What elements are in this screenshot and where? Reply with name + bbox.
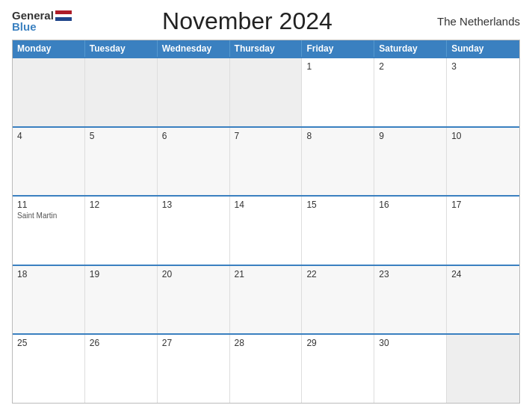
header-wednesday: Wednesday [158,40,230,57]
day-number: 16 [379,200,442,210]
logo: General Blue [12,10,72,33]
weeks-container: 1 2 3 4 5 6 [13,57,519,403]
day-cell-nov7: 7 [230,128,303,196]
header-saturday: Saturday [374,40,447,57]
header-friday: Friday [302,40,374,57]
day-cell-nov28: 28 [230,335,303,403]
week-row-2: 4 5 6 7 8 9 10 [13,126,519,196]
day-number: 8 [306,131,369,141]
header-tuesday: Tuesday [85,40,158,57]
day-cell-nov18: 18 [13,266,85,334]
day-number: 11 [17,200,80,210]
day-headers-row: Monday Tuesday Wednesday Thursday Friday… [13,40,519,57]
day-number: 12 [90,200,152,210]
day-cell-nov21: 21 [230,266,303,334]
day-number: 24 [451,269,515,279]
week-row-4: 18 19 20 21 22 23 24 [13,265,519,334]
day-cell-nov4: 4 [13,128,85,196]
day-number: 20 [162,269,225,279]
day-number: 17 [451,200,515,210]
header-sunday: Sunday [447,40,519,57]
week-row-1: 1 2 3 [13,57,519,126]
day-cell-nov6: 6 [158,128,230,196]
week-row-5: 25 26 27 28 29 30 [13,333,519,403]
day-number: 5 [90,131,152,141]
day-cell-nov9: 9 [374,128,447,196]
page: General Blue November 2024 The Netherlan… [0,0,532,411]
day-number: 14 [235,200,297,210]
day-cell-nov13: 13 [158,197,230,265]
day-cell-nov17: 17 [447,197,519,265]
day-cell-nov19: 19 [85,266,158,334]
calendar: Monday Tuesday Wednesday Thursday Friday… [12,40,520,404]
svg-rect-0 [55,10,72,14]
day-number: 7 [235,131,297,141]
day-cell-nov22: 22 [302,266,374,334]
day-cell-nov10: 10 [447,128,519,196]
day-cell [230,58,303,126]
week-row-3: 11 Saint Martin 12 13 14 15 16 [13,195,519,265]
day-number: 1 [306,61,369,72]
dutch-flag-icon [55,10,72,21]
day-cell-nov11: 11 Saint Martin [13,197,85,265]
day-cell-nov5: 5 [85,128,158,196]
day-cell-nov20: 20 [158,266,230,334]
day-number: 18 [17,269,80,279]
header-thursday: Thursday [230,40,303,57]
day-cell-nov25: 25 [13,335,85,403]
day-cell-nov15: 15 [302,197,374,265]
day-cell-nov8: 8 [302,128,374,196]
day-number: 23 [379,269,442,279]
day-number: 30 [379,338,442,348]
day-cell [158,58,230,126]
day-event-saint-martin: Saint Martin [17,211,80,220]
day-number: 22 [306,269,369,279]
header: General Blue November 2024 The Netherlan… [12,7,520,35]
day-cell-nov26: 26 [85,335,158,403]
day-number: 25 [17,338,80,348]
day-cell-nov3: 3 [447,58,519,126]
day-number: 2 [379,61,442,72]
day-number: 6 [162,131,225,141]
logo-blue-text: Blue [12,20,37,33]
country-label: The Netherlands [423,15,520,28]
day-cell [85,58,158,126]
day-number: 19 [90,269,152,279]
day-cell-nov29: 29 [302,335,374,403]
day-number: 15 [306,200,369,210]
day-number: 21 [235,269,297,279]
day-cell-empty [447,335,519,403]
day-cell-nov23: 23 [374,266,447,334]
day-number: 4 [17,131,80,141]
day-cell-nov12: 12 [85,197,158,265]
day-number: 28 [235,338,297,348]
day-number: 26 [90,338,152,348]
day-cell-nov1: 1 [302,58,374,126]
day-cell-nov27: 27 [158,335,230,403]
day-number: 9 [379,131,442,141]
day-number: 3 [451,61,515,72]
day-cell-nov2: 2 [374,58,447,126]
day-cell-nov14: 14 [230,197,303,265]
day-number: 13 [162,200,225,210]
day-cell-nov16: 16 [374,197,447,265]
day-number: 10 [451,131,515,141]
day-cell-nov24: 24 [447,266,519,334]
header-monday: Monday [13,40,85,57]
logo-general-text: General [12,10,54,21]
day-number: 29 [306,338,369,348]
day-cell-nov30: 30 [374,335,447,403]
day-number: 27 [162,338,225,348]
svg-rect-1 [55,14,72,17]
day-cell [13,58,85,126]
svg-rect-2 [55,17,72,21]
calendar-title: November 2024 [72,7,423,35]
